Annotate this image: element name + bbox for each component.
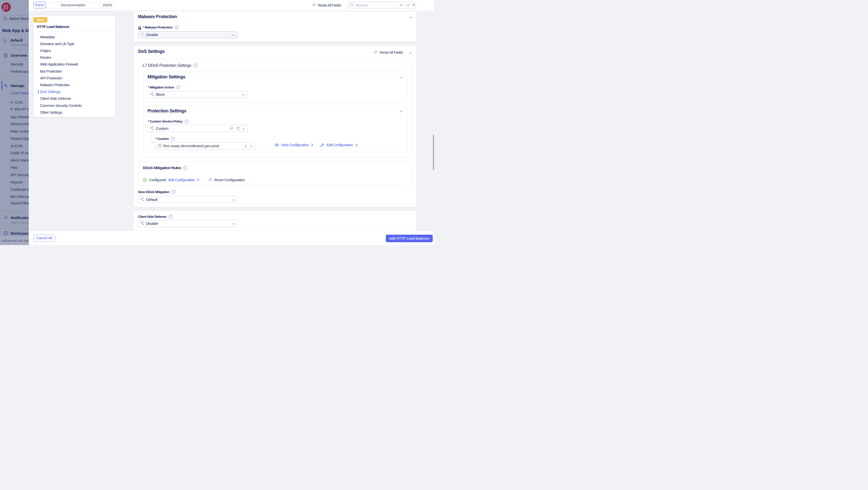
svg-text:f5: f5 — [3, 4, 8, 10]
